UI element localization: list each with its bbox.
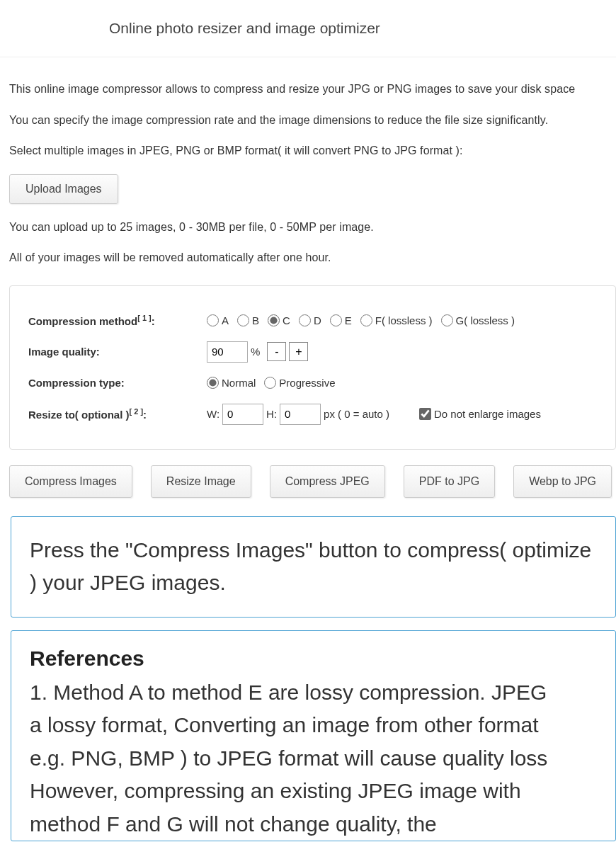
compression-method-label-text: Compression method xyxy=(28,315,137,327)
compression-type-controls: Normal Progressive xyxy=(207,377,341,389)
height-label: H: xyxy=(266,408,277,420)
options-panel: Compression method[ 1 ]: A B C D E F( lo… xyxy=(9,285,616,450)
page-title: Online photo resizer and image optimizer xyxy=(109,20,380,36)
type-progressive-label: Progressive xyxy=(279,377,335,389)
main-content: This online image compressor allows to c… xyxy=(0,57,616,841)
intro-paragraph-2: You can specify the image compression ra… xyxy=(9,113,616,128)
type-normal-label: Normal xyxy=(222,377,256,389)
method-g-option[interactable]: G( lossless ) xyxy=(441,314,515,326)
type-normal-option[interactable]: Normal xyxy=(207,377,256,389)
type-progressive-option[interactable]: Progressive xyxy=(264,377,335,389)
page-header: Online photo resizer and image optimizer xyxy=(0,0,616,57)
type-normal-radio[interactable] xyxy=(207,377,219,389)
intro-paragraph-3: Select multiple images in JPEG, PNG or B… xyxy=(9,143,616,159)
method-c-radio[interactable] xyxy=(268,314,280,326)
percent-label: % xyxy=(251,346,260,358)
method-g-radio[interactable] xyxy=(441,314,453,326)
no-enlarge-option[interactable]: Do not enlarge images xyxy=(419,408,541,420)
resize-ref-marker: [ 2 ] xyxy=(130,407,144,416)
method-b-label: B xyxy=(252,314,259,326)
method-f-option[interactable]: F( lossless ) xyxy=(360,314,433,326)
references-box: References 1. Method A to method E are l… xyxy=(11,630,616,842)
quality-input[interactable] xyxy=(207,341,248,363)
references-heading: References xyxy=(30,647,597,671)
method-e-option[interactable]: E xyxy=(330,314,352,326)
resize-label-text: Resize to( optional ) xyxy=(28,409,130,421)
method-a-radio[interactable] xyxy=(207,314,219,326)
resize-image-button[interactable]: Resize Image xyxy=(151,465,251,498)
instruction-box: Press the "Compress Images" button to co… xyxy=(11,516,616,618)
compression-method-row: Compression method[ 1 ]: A B C D E F( lo… xyxy=(28,310,615,331)
webp-to-jpg-button[interactable]: Webp to JPG xyxy=(513,465,612,498)
height-input[interactable] xyxy=(280,404,321,425)
image-quality-controls: % - + xyxy=(207,341,308,363)
method-d-label: D xyxy=(314,314,321,326)
compress-jpeg-button[interactable]: Compress JPEG xyxy=(270,465,385,498)
method-b-option[interactable]: B xyxy=(237,314,259,326)
image-quality-row: Image quality: % - + xyxy=(28,341,615,363)
method-f-label: F( lossless ) xyxy=(375,314,433,326)
upload-limits-text: You can upload up to 25 images, 0 - 30MB… xyxy=(9,220,616,235)
reference-line-3: e.g. PNG, BMP ) to JPEG format will caus… xyxy=(30,742,597,775)
compress-images-button[interactable]: Compress Images xyxy=(9,465,132,498)
compression-method-label: Compression method[ 1 ]: xyxy=(28,314,207,327)
resize-row: Resize to( optional )[ 2 ]: W: H: px ( 0… xyxy=(28,404,615,425)
method-e-radio[interactable] xyxy=(330,314,342,326)
method-a-option[interactable]: A xyxy=(207,314,229,326)
px-note: px ( 0 = auto ) xyxy=(324,408,389,420)
image-quality-label: Image quality: xyxy=(28,346,207,358)
reference-line-2: a lossy format, Converting an image from… xyxy=(30,709,597,742)
quality-increase-button[interactable]: + xyxy=(289,342,308,361)
action-button-row: Compress Images Resize Image Compress JP… xyxy=(9,465,616,498)
pdf-to-jpg-button[interactable]: PDF to JPG xyxy=(404,465,495,498)
compression-type-label: Compression type: xyxy=(28,377,207,389)
upload-images-button[interactable]: Upload Images xyxy=(9,174,118,204)
no-enlarge-checkbox[interactable] xyxy=(419,408,431,420)
reference-line-1: 1. Method A to method E are lossy compre… xyxy=(30,676,597,710)
compression-type-row: Compression type: Normal Progressive xyxy=(28,372,615,394)
width-label: W: xyxy=(207,408,219,420)
method-a-label: A xyxy=(222,314,229,326)
width-input[interactable] xyxy=(222,404,263,425)
method-ref-marker: [ 1 ] xyxy=(137,314,152,322)
method-c-label: C xyxy=(283,314,290,326)
type-progressive-radio[interactable] xyxy=(264,377,276,389)
method-c-option[interactable]: C xyxy=(268,314,290,326)
method-d-option[interactable]: D xyxy=(299,314,321,326)
method-f-radio[interactable] xyxy=(360,314,372,326)
quality-decrease-button[interactable]: - xyxy=(267,342,286,361)
method-g-label: G( lossless ) xyxy=(456,314,515,326)
resize-label: Resize to( optional )[ 2 ]: xyxy=(28,407,207,421)
no-enlarge-label: Do not enlarge images xyxy=(434,408,541,420)
reference-line-5: method F and G will not change quality, … xyxy=(30,808,597,841)
instruction-text: Press the "Compress Images" button to co… xyxy=(30,534,597,600)
method-b-radio[interactable] xyxy=(237,314,249,326)
auto-remove-text: All of your images will be removed autom… xyxy=(9,250,616,266)
compression-method-controls: A B C D E F( lossless ) G( lossless ) xyxy=(207,314,520,326)
intro-paragraph-1: This online image compressor allows to c… xyxy=(9,81,616,97)
method-d-radio[interactable] xyxy=(299,314,311,326)
method-e-label: E xyxy=(345,314,352,326)
resize-controls: W: H: px ( 0 = auto ) Do not enlarge ima… xyxy=(207,404,547,425)
reference-line-4: However, compressing an existing JPEG im… xyxy=(30,775,597,808)
